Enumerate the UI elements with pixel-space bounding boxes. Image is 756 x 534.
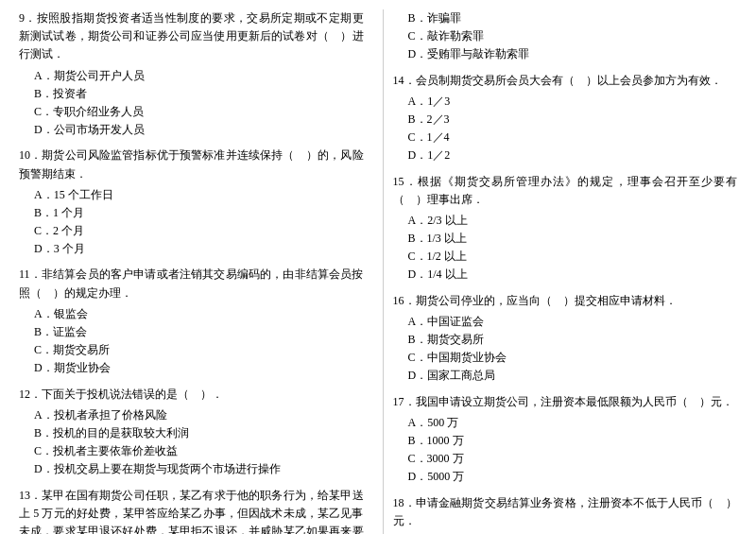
q15-optD: D．1/4 以上: [393, 266, 738, 284]
q10-optB: B．1 个月: [19, 204, 364, 222]
q12-optD: D．投机交易上要在期货与现货两个市场进行操作: [19, 460, 364, 478]
question-13-continued: B．诈骗罪 C．敲诈勒索罪 D．受贿罪与敲诈勒索罪: [393, 9, 738, 64]
q17-optA: A．500 万: [393, 414, 738, 432]
q17-text: 17．我国申请设立期货公司，注册资本最低限额为人民币（ ）元．: [393, 393, 738, 411]
q14-optD: D．1／2: [393, 146, 738, 164]
question-15: 15．根据《期货交易所管理办法》的规定，理事会召开至少要有（ ）理事出席． A．…: [393, 173, 738, 284]
q11-optC: C．期货交易所: [19, 341, 364, 359]
q12-text: 12．下面关于投机说法错误的是（ ）．: [19, 386, 364, 404]
q14-optA: A．1／3: [393, 93, 738, 111]
q17-optC: C．3000 万: [393, 450, 738, 468]
question-16: 16．期货公司停业的，应当向（ ）提交相应申请材料． A．中国证监会 B．期货交…: [393, 292, 738, 386]
q9-optA: A．期货公司开户人员: [19, 67, 364, 85]
q16-optC: C．中国期货业协会: [393, 349, 738, 367]
question-14: 14．会员制期货交易所会员大会有（ ）以上会员参加方为有效． A．1／3 B．2…: [393, 72, 738, 165]
q11-text: 11．非结算会员的客户申请或者注销其交易编码的，由非结算会员按照（ ）的规定办理…: [19, 266, 364, 301]
q10-optD: D．3 个月: [19, 240, 364, 258]
q15-text: 15．根据《期货交易所管理办法》的规定，理事会召开至少要有（ ）理事出席．: [393, 173, 738, 209]
q10-text: 10．期货公司风险监管指标优于预警标准并连续保持（ ）的，风险预警期结束．: [19, 146, 364, 182]
q10-optA: A．15 个工作日: [19, 186, 364, 204]
q13-optC: C．敲诈勒索罪: [393, 27, 738, 45]
q15-optA: A．2/3 以上: [393, 212, 738, 230]
q11-optB: B．证监会: [19, 323, 364, 341]
question-9: 9．按照股指期货投资者适当性制度的要求，交易所定期或不定期更新测试试卷，期货公司…: [19, 9, 364, 139]
q17-optB: B．1000 万: [393, 432, 738, 450]
q12-optB: B．投机的目的是获取较大利润: [19, 424, 364, 442]
question-18: 18．申请金融期货交易结算业务资格，注册资本不低于人民币（ ）元． A．3000…: [393, 494, 738, 535]
q12-optC: C．投机者主要依靠价差收益: [19, 442, 364, 460]
q18-text: 18．申请金融期货交易结算业务资格，注册资本不低于人民币（ ）元．: [393, 494, 738, 530]
q9-optC: C．专职介绍业务人员: [19, 103, 364, 121]
q13-optD: D．受贿罪与敲诈勒索罪: [393, 45, 738, 63]
page-content: 9．按照股指期货投资者适当性制度的要求，交易所定期或不定期更新测试试卷，期货公司…: [19, 9, 737, 534]
q9-optB: B．投资者: [19, 85, 364, 103]
q15-optB: B．1/3 以上: [393, 230, 738, 248]
q10-optC: C．2 个月: [19, 222, 364, 240]
question-12: 12．下面关于投机说法错误的是（ ）． A．投机者承担了价格风险 B．投机的目的…: [19, 386, 364, 479]
question-10: 10．期货公司风险监管指标优于预警标准并连续保持（ ）的，风险预警期结束． A．…: [19, 146, 364, 258]
columns: 9．按照股指期货投资者适当性制度的要求，交易所定期或不定期更新测试试卷，期货公司…: [19, 9, 737, 534]
q9-text: 9．按照股指期货投资者适当性制度的要求，交易所定期或不定期更新测试试卷，期货公司…: [19, 9, 364, 64]
q14-optB: B．2／3: [393, 111, 738, 129]
q16-optA: A．中国证监会: [393, 313, 738, 331]
q17-optD: D．5000 万: [393, 468, 738, 486]
q13-text: 13．某甲在国有期货公司任职，某乙有求于他的职务行为，给某甲送上 5 万元的好处…: [19, 487, 364, 535]
q14-optC: C．1／4: [393, 129, 738, 146]
q14-text: 14．会员制期货交易所会员大会有（ ）以上会员参加方为有效．: [393, 72, 738, 90]
q9-optD: D．公司市场开发人员: [19, 121, 364, 139]
q15-optC: C．1/2 以上: [393, 248, 738, 266]
right-column: B．诈骗罪 C．敲诈勒索罪 D．受贿罪与敲诈勒索罪 14．会员制期货交易所会员大…: [383, 9, 738, 534]
q11-optA: A．银监会: [19, 305, 364, 323]
q12-optA: A．投机者承担了价格风险: [19, 406, 364, 424]
question-13: 13．某甲在国有期货公司任职，某乙有求于他的职务行为，给某甲送上 5 万元的好处…: [19, 487, 364, 535]
question-17: 17．我国申请设立期货公司，注册资本最低限额为人民币（ ）元． A．500 万 …: [393, 393, 738, 487]
q11-optD: D．期货业协会: [19, 359, 364, 377]
left-column: 9．按照股指期货投资者适当性制度的要求，交易所定期或不定期更新测试试卷，期货公司…: [19, 9, 373, 534]
q16-optD: D．国家工商总局: [393, 367, 738, 385]
q16-text: 16．期货公司停业的，应当向（ ）提交相应申请材料．: [393, 292, 738, 310]
q13-optB: B．诈骗罪: [393, 9, 738, 27]
question-11: 11．非结算会员的客户申请或者注销其交易编码的，由非结算会员按照（ ）的规定办理…: [19, 266, 364, 377]
q16-optB: B．期货交易所: [393, 331, 738, 349]
